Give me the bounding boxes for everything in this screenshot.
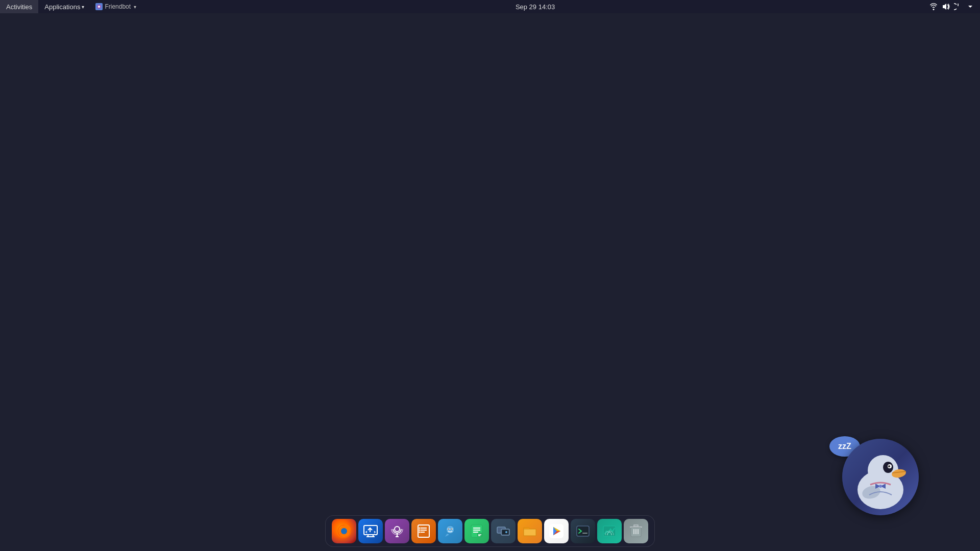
active-app-indicator: Friendbot ▾	[90, 0, 141, 13]
svg-point-20	[419, 530, 421, 531]
dock-item-notes[interactable]	[411, 519, 436, 543]
topbar-right	[929, 2, 980, 11]
dock-item-remote-desktop[interactable]	[358, 519, 383, 543]
dock-item-trash[interactable]	[624, 519, 648, 543]
svg-point-26	[451, 529, 452, 530]
svg-point-33	[505, 531, 507, 533]
dock-item-app-store[interactable]	[544, 519, 569, 543]
svg-point-25	[448, 529, 449, 530]
app-icon-small	[95, 3, 103, 10]
dock-item-pidgin[interactable]	[438, 519, 462, 543]
svg-point-6	[888, 465, 890, 467]
activities-label: Activities	[6, 3, 32, 11]
volume-icon[interactable]	[941, 2, 950, 11]
power-icon[interactable]	[953, 2, 963, 11]
active-app-chevron-icon: ▾	[134, 4, 136, 10]
dock-item-podcast[interactable]	[385, 519, 409, 543]
activities-button[interactable]: Activities	[0, 0, 38, 13]
topbar-left: Activities Applications ▾ Friendbot ▾	[0, 0, 141, 13]
dock-item-text-editor[interactable]	[464, 519, 489, 543]
dock-item-firefox[interactable]	[332, 519, 356, 543]
wifi-icon[interactable]	[929, 2, 938, 11]
dock-item-system-monitor[interactable]	[597, 519, 622, 543]
svg-point-3	[868, 455, 898, 486]
dock-item-terminal[interactable]	[571, 519, 595, 543]
topbar-datetime[interactable]: Sep 29 14:03	[141, 3, 929, 11]
ddg-mascot	[842, 439, 919, 515]
svg-rect-18	[418, 525, 429, 537]
svg-point-21	[419, 532, 421, 533]
ddg-circle	[842, 439, 919, 515]
topbar: Activities Applications ▾ Friendbot ▾ Se…	[0, 0, 980, 13]
dock-item-vm[interactable]	[491, 519, 516, 543]
applications-button[interactable]: Applications ▾	[38, 0, 90, 13]
dock	[325, 515, 655, 547]
active-app-name: Friendbot	[105, 3, 131, 10]
duck-svg	[850, 444, 911, 510]
svg-point-19	[419, 528, 421, 529]
dock-item-files[interactable]	[518, 519, 542, 543]
svg-point-1	[98, 6, 100, 8]
svg-rect-39	[577, 526, 589, 536]
desktop[interactable]: zzZ	[0, 13, 980, 551]
svg-point-15	[341, 528, 347, 534]
svg-point-12	[879, 485, 882, 488]
applications-chevron-icon: ▾	[82, 4, 84, 10]
applications-label: Applications	[44, 3, 80, 11]
system-chevron-icon[interactable]	[966, 2, 975, 11]
datetime-label: Sep 29 14:03	[516, 3, 555, 11]
svg-point-17	[395, 527, 400, 532]
